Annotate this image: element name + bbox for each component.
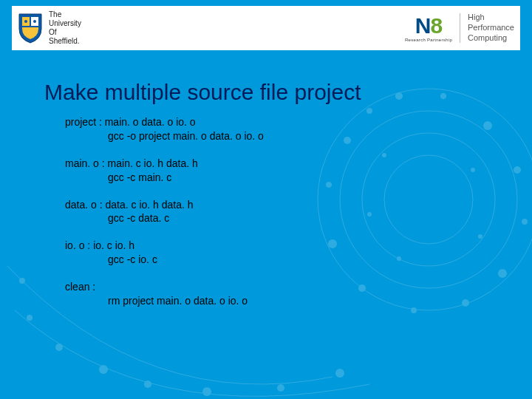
make-rule: clean : rm project main. o data. o io. o — [65, 280, 488, 308]
svg-point-24 — [144, 381, 151, 388]
svg-point-22 — [55, 344, 63, 351]
header: The University Of Sheffield. N8 Research… — [12, 6, 520, 50]
rule-target: io. o : io. c io. h — [65, 239, 488, 253]
uni-line: The — [49, 10, 81, 19]
shield-icon — [18, 13, 43, 44]
svg-point-31 — [33, 20, 36, 23]
n8-mark: N8 Research Partnership — [405, 15, 452, 42]
make-rule: main. o : main. c io. h data. h gcc -c m… — [65, 157, 488, 185]
make-rule: io. o : io. c io. h gcc -c io. c — [65, 239, 488, 267]
hpc-line: Computing — [468, 33, 514, 44]
slide-content: Make multiple source file project projec… — [0, 50, 532, 308]
svg-point-26 — [277, 384, 284, 392]
hpc-line: High — [468, 13, 514, 23]
rule-command: gcc -o project main. o data. o io. o — [65, 129, 488, 143]
uni-line: University — [49, 19, 81, 28]
uni-line: Of — [49, 28, 81, 37]
n8-digit: 8 — [430, 13, 442, 38]
hpc-text: High Performance Computing — [468, 13, 514, 43]
svg-point-28 — [27, 315, 33, 321]
svg-point-12 — [411, 307, 417, 313]
rule-target: data. o : data. c io. h data. h — [65, 198, 488, 212]
rule-target: clean : — [65, 280, 488, 294]
rule-target: main. o : main. c io. h data. h — [65, 157, 488, 171]
make-rule: data. o : data. c io. h data. h gcc -c d… — [65, 198, 488, 226]
n8-letter: N — [415, 13, 431, 38]
rule-target: project : main. o data. o io. o — [65, 115, 488, 129]
rule-command: gcc -c main. c — [65, 171, 488, 185]
slide-title: Make multiple source file project — [44, 80, 488, 105]
svg-point-27 — [335, 369, 344, 378]
svg-point-23 — [99, 365, 108, 374]
rule-command: rm project main. o data. o io. o — [65, 294, 488, 308]
makefile-rules: project : main. o data. o io. o gcc -o p… — [44, 115, 488, 308]
university-name: The University Of Sheffield. — [49, 10, 81, 46]
svg-point-25 — [202, 387, 211, 396]
svg-point-30 — [24, 20, 27, 23]
uni-line: Sheffield. — [49, 37, 81, 46]
hpc-line: Performance — [468, 23, 514, 33]
make-rule: project : main. o data. o io. o gcc -o p… — [65, 115, 488, 143]
n8-hpc-logo: N8 Research Partnership High Performance… — [405, 13, 514, 43]
university-logo: The University Of Sheffield. — [18, 10, 81, 46]
rule-command: gcc -c io. c — [65, 253, 488, 267]
n8-subtitle: Research Partnership — [405, 38, 452, 42]
rule-command: gcc -c data. c — [65, 211, 488, 225]
logo-divider — [460, 13, 460, 43]
